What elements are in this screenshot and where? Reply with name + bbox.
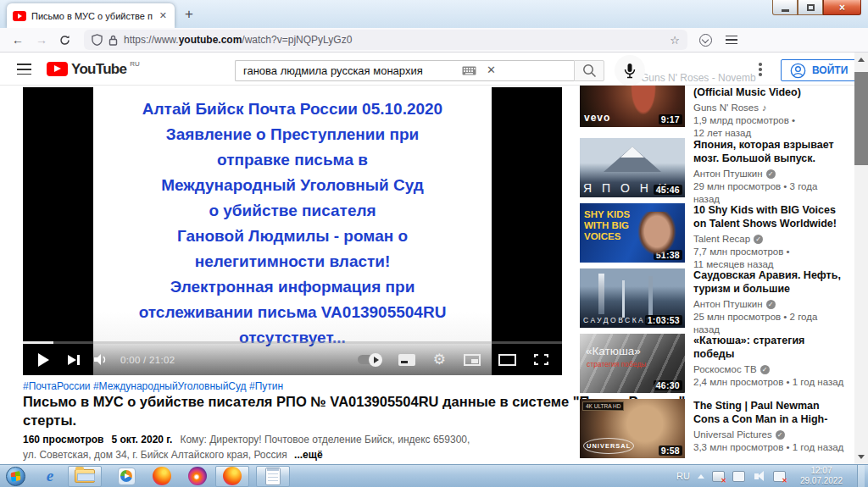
folder-icon — [75, 469, 95, 483]
partially-hidden-title: Guns N' Roses - Novemb — [641, 72, 756, 84]
page-scrollbar[interactable] — [854, 53, 868, 464]
tab-close-icon[interactable]: ✕ — [158, 10, 169, 21]
back-button[interactable]: ← — [12, 34, 24, 46]
description-line2: ул. Советская, дом 34, г. Бийск Алтайско… — [23, 449, 287, 461]
lock-icon[interactable] — [108, 35, 118, 46]
speaker-icon[interactable] — [753, 471, 765, 482]
scroll-down-arrow[interactable] — [858, 455, 865, 459]
tray-expand-arrow[interactable] — [698, 474, 704, 479]
browser-toolbar: ← → https://www.youtube.com/watch?v=pjNQ… — [0, 28, 868, 53]
video-meta: 25 млн просмотров • 2 года назад — [693, 311, 846, 336]
keyboard-icon[interactable] — [462, 66, 476, 75]
fullscreen-button[interactable] — [534, 354, 548, 365]
channel-row[interactable]: Talent Recap✓ — [693, 234, 846, 244]
search-button[interactable] — [574, 60, 604, 81]
video-player[interactable]: Алтай Бийск Почта России 05.10.2020 Заяв… — [23, 87, 562, 375]
browser-tab[interactable]: Письмо в МУС о убийстве пис ✕ — [7, 3, 175, 28]
recommended-item-3[interactable]: SHY KIDS WITH BIG VOICES 51:38 10 Shy Ki… — [580, 203, 853, 271]
subtitles-button[interactable] — [398, 354, 415, 366]
recommended-title[interactable]: 10 Shy Kids with BIG Voices on Talent Sh… — [693, 203, 846, 230]
thumb-caption: SHY KIDS WITH BIG VOICES — [584, 209, 640, 242]
taskbar-clock[interactable]: 12:07 29.07.2022 — [793, 466, 849, 486]
pocket-icon[interactable] — [699, 34, 712, 47]
youtube-play-icon — [47, 62, 68, 76]
taskbar-notepad[interactable] — [256, 466, 290, 487]
video-hashtags[interactable]: #ПочтаРоссии #МеждународныйУголовныйСуд … — [23, 380, 283, 392]
taskbar-internet-explorer[interactable]: e — [39, 466, 61, 486]
miniplayer-button[interactable] — [464, 354, 481, 366]
settings-gear-icon[interactable]: ⚙ — [433, 352, 446, 367]
channel-row[interactable]: Guns N' Roses♪ — [693, 102, 846, 113]
url-text[interactable]: https://www.youtube.com/watch?v=pjNQPyLy… — [124, 34, 352, 46]
recommended-item-2[interactable]: Я П О Н И 45:46 Япония, которая взрывает… — [580, 138, 853, 206]
start-button[interactable] — [6, 467, 25, 486]
thumbnail-shy-kids[interactable]: SHY KIDS WITH BIG VOICES 51:38 — [580, 203, 685, 263]
clear-search-icon[interactable]: ✕ — [487, 64, 496, 76]
recommended-item-6[interactable]: 4K ULTRA HD UNIVERSAL 9:58 The Sting | P… — [580, 399, 853, 458]
thumbnail-saudi-arabia[interactable]: САУДОВСКАЯ А 1:03:53 — [580, 268, 685, 328]
guide-hamburger-icon[interactable] — [17, 64, 31, 75]
network-icon[interactable] — [773, 471, 786, 482]
taskbar-browser-swirl[interactable] — [186, 466, 209, 486]
theater-mode-button[interactable] — [498, 354, 516, 366]
clock-time: 12:07 — [800, 466, 843, 476]
duration-badge: 9:58 — [659, 445, 682, 456]
taskbar-media-player[interactable] — [115, 466, 137, 486]
thumbnail-the-sting[interactable]: 4K ULTRA HD UNIVERSAL 9:58 — [580, 399, 685, 458]
search-input[interactable] — [235, 60, 574, 81]
scrollbar-thumb[interactable] — [854, 72, 868, 165]
scroll-up-arrow[interactable] — [858, 58, 865, 62]
minimize-button[interactable] — [772, 0, 798, 15]
browser-menu-icon[interactable] — [726, 36, 737, 44]
reload-button[interactable] — [59, 35, 70, 46]
channel-row[interactable]: Роскосмос ТВ✓ — [693, 364, 846, 374]
language-indicator[interactable]: RU — [676, 471, 690, 481]
url-bar[interactable]: https://www.youtube.com/watch?v=pjNQPyLy… — [84, 30, 687, 50]
show-more-button[interactable]: ...ещё — [294, 449, 322, 461]
volume-icon[interactable] — [93, 353, 109, 366]
player-controls-right: ⚙ — [358, 352, 548, 367]
taskbar-firefox[interactable] — [151, 466, 173, 486]
youtube-favicon-icon — [13, 11, 26, 21]
description-line1: Кому: Директору! Почтовое отделение Бийс… — [180, 434, 470, 445]
display-icon[interactable] — [732, 471, 745, 482]
video-meta: 29 млн просмотров • 3 года назад — [693, 180, 846, 206]
youtube-logo[interactable]: YouTube RU — [47, 60, 140, 78]
recommended-title[interactable]: Саудовская Аравия. Нефть, туризм и больш… — [693, 268, 846, 296]
recommended-title[interactable]: Япония, которая взрывает мозг. Большой в… — [693, 138, 846, 165]
maximize-button[interactable] — [798, 0, 823, 15]
recommended-title[interactable]: «Катюша»: стратегия победы — [693, 334, 846, 361]
show-desktop-button[interactable] — [857, 465, 865, 487]
autoplay-toggle[interactable] — [358, 355, 381, 364]
verified-badge-icon: ✓ — [776, 430, 785, 440]
taskbar-explorer[interactable] — [68, 466, 102, 487]
channel-row[interactable]: Антон Птушкин✓ — [693, 299, 846, 309]
action-center-flag-icon[interactable] — [712, 471, 725, 482]
recommended-item-4[interactable]: САУДОВСКАЯ А 1:03:53 Саудовская Аравия. … — [580, 268, 853, 336]
verified-badge-icon: ✓ — [754, 235, 763, 244]
forward-button[interactable]: → — [36, 34, 47, 46]
shield-icon[interactable] — [92, 34, 103, 46]
uhd-badge: 4K ULTRA HD — [582, 401, 624, 411]
play-button[interactable] — [38, 353, 49, 367]
recommended-title[interactable]: (Official Music Video) — [693, 86, 846, 99]
region-label: RU — [130, 60, 140, 68]
channel-row[interactable]: Universal Pictures✓ — [693, 429, 846, 440]
new-tab-button[interactable]: + — [185, 6, 193, 23]
system-tray: RU 12:07 29.07.2022 — [676, 465, 868, 487]
person-icon — [790, 63, 806, 79]
recommended-item-5[interactable]: «Катюша» стратегия победы 46:30 «Катюша»… — [580, 334, 853, 393]
thumbnail-katyusha[interactable]: «Катюша» стратегия победы 46:30 — [580, 334, 685, 393]
kebab-menu-icon[interactable] — [759, 63, 762, 66]
bookmark-star-icon[interactable]: ☆ — [670, 34, 680, 47]
recommended-title[interactable]: The Sting | Paul Newman Cons a Con Man i… — [693, 399, 846, 426]
close-button[interactable]: × — [823, 0, 861, 15]
next-button[interactable] — [68, 355, 76, 365]
channel-row[interactable]: Антон Птушкин✓ — [693, 169, 846, 179]
windows-flag-icon — [10, 471, 20, 482]
thumbnail-japan[interactable]: Я П О Н И 45:46 — [580, 138, 685, 197]
taskbar-firefox-active[interactable] — [215, 466, 249, 487]
clock-date: 29.07.2022 — [800, 476, 843, 486]
signin-button[interactable]: ВОЙТИ — [781, 59, 857, 81]
voice-search-button[interactable] — [615, 55, 645, 86]
